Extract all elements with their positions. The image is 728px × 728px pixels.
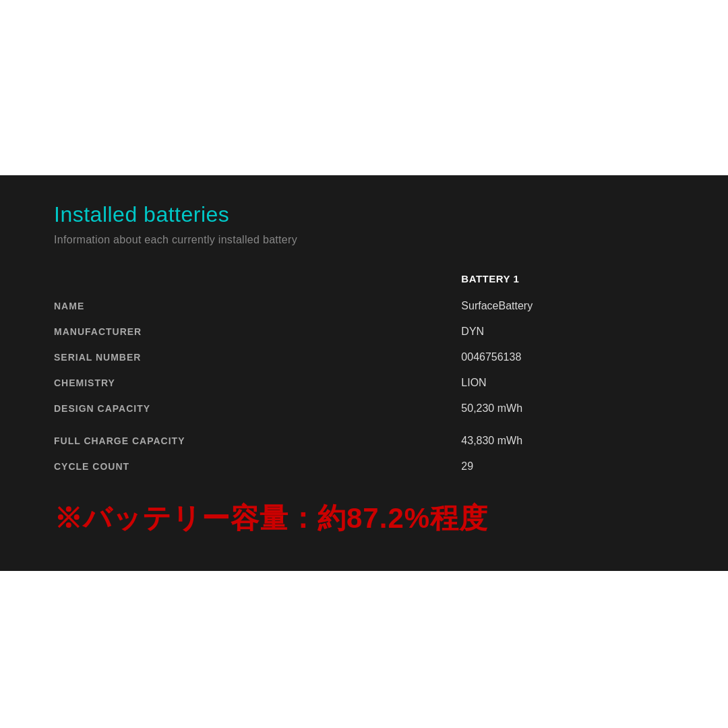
value-manufacturer: DYN xyxy=(461,319,674,344)
spacer xyxy=(54,421,326,428)
label-design-capacity: DESIGN CAPACITY xyxy=(54,396,326,421)
value-design-capacity: 50,230 mWh xyxy=(461,396,674,421)
label-serial-number: SERIAL NUMBER xyxy=(54,345,326,369)
battery-info-table: BATTERY 1 NAME SurfaceBattery MANUFACTUR… xyxy=(54,273,674,479)
label-name: NAME xyxy=(54,294,326,318)
value-name: SurfaceBattery xyxy=(461,293,674,319)
value-serial-number: 0046756138 xyxy=(461,344,674,370)
top-white-space xyxy=(0,0,728,175)
bottom-white-space xyxy=(0,571,728,706)
battery-header-label: BATTERY 1 xyxy=(461,273,519,284)
label-manufacturer: MANUFACTURER xyxy=(54,320,326,344)
section-subtitle: Information about each currently install… xyxy=(54,234,674,246)
value-cycle-count: 29 xyxy=(461,454,674,479)
battery-column-header: BATTERY 1 xyxy=(461,273,674,293)
main-panel: Installed batteries Information about ea… xyxy=(0,175,728,571)
battery-capacity-annotation: ※バッテリー容量：約87.2%程度 xyxy=(54,493,674,544)
label-full-charge-capacity: FULL CHARGE CAPACITY xyxy=(54,429,326,453)
section-title: Installed batteries xyxy=(54,202,674,227)
value-full-charge-capacity: 43,830 mWh xyxy=(461,428,674,454)
label-cycle-count: CYCLE COUNT xyxy=(54,454,326,479)
value-chemistry: LION xyxy=(461,370,674,396)
label-chemistry: CHEMISTRY xyxy=(54,371,326,395)
spacer2 xyxy=(461,421,674,428)
